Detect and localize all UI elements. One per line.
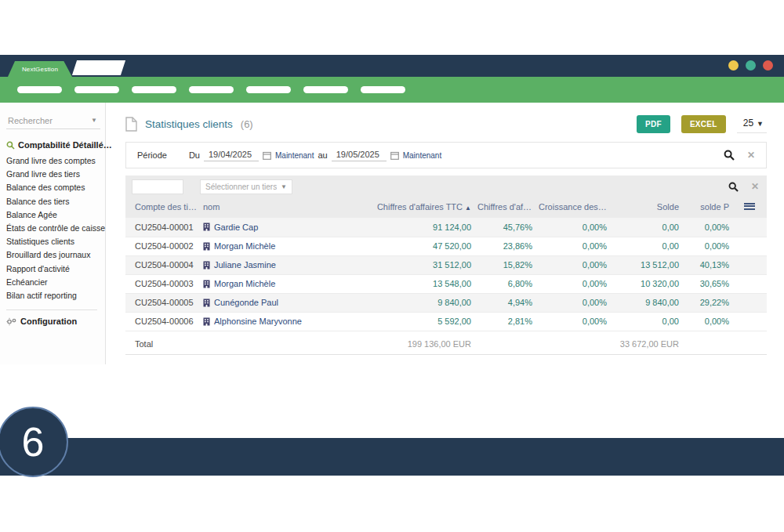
client-name-link[interactable]: Alphonsine Maryvonne — [214, 317, 302, 326]
period-clear-icon[interactable]: ✕ — [747, 150, 755, 161]
sidebar-item-balance-des-comptes[interactable]: Balance des comptes — [6, 181, 105, 194]
period-box: Période Du 19/04/2025 Maintenant au 19/0… — [125, 142, 767, 168]
pdf-button[interactable]: PDF — [637, 115, 670, 133]
cell-croissance: 0,00% — [535, 237, 610, 255]
col-solde-p[interactable]: solde P — [682, 197, 732, 218]
cell-ca-pct: 45,76% — [474, 218, 535, 237]
list-view-icon — [744, 201, 755, 211]
slide-footer-bar — [0, 438, 784, 476]
page-size-select[interactable]: 25▼ — [737, 115, 767, 133]
excel-button[interactable]: EXCEL — [681, 115, 726, 133]
calendar-icon[interactable] — [263, 151, 271, 160]
cell-ca-ttc: 31 512,00 — [357, 255, 474, 274]
table-row[interactable]: CU2504-00004 — [125, 255, 767, 274]
client-name-link[interactable]: Gardie Cap — [214, 223, 258, 232]
page-size-value: 25 — [743, 118, 753, 128]
cell-compte: CU2504-00005 — [125, 293, 200, 312]
period-search-button[interactable] — [724, 150, 735, 161]
client-name-link[interactable]: Cunégonde Paul — [214, 298, 278, 307]
date-from-input[interactable]: 19/04/2025 — [204, 149, 259, 161]
nav-pill-6[interactable] — [303, 86, 348, 93]
sidebar-item-grand-livre-des-tiers[interactable]: Grand livre des tiers — [6, 168, 105, 181]
close-dot-icon[interactable] — [763, 60, 773, 71]
cell-nom: Cunégonde Paul — [200, 293, 357, 312]
sidebar-search-select[interactable]: Rechercher ▼ — [6, 114, 100, 129]
date-to-input[interactable]: 19/05/2025 — [332, 149, 387, 161]
table-row[interactable]: CU2504-00005 — [125, 293, 767, 312]
sidebar-item-balance-des-tiers[interactable]: Balance des tiers — [6, 195, 105, 208]
brand-label: NextGestion — [22, 66, 58, 73]
table-clear-icon[interactable]: ✕ — [751, 181, 759, 192]
titlebar: NextGestion — [0, 55, 784, 77]
sidebar-item-bilan-actif-reporting[interactable]: Bilan actif reporting — [6, 289, 105, 302]
cell-solde-p: 0,00% — [682, 218, 732, 237]
sidebar-section-comptabilite[interactable]: Comptabilité Détaillé… — [6, 140, 105, 150]
cell-ca-ttc: 9 840,00 — [357, 293, 474, 312]
now-link-from[interactable]: Maintenant — [275, 151, 314, 160]
cell-croissance: 0,00% — [535, 274, 610, 293]
table-row[interactable]: CU2504-00006 — [125, 312, 767, 331]
calendar-icon[interactable] — [390, 151, 399, 160]
col-solde[interactable]: Solde — [610, 197, 682, 218]
slide-number: 6 — [22, 422, 45, 462]
building-icon — [203, 223, 210, 231]
search-icon — [724, 150, 735, 161]
table-search-button[interactable] — [728, 182, 739, 192]
total-ca-ttc: 199 136,00 EUR — [357, 331, 474, 354]
client-name-link[interactable]: Morgan Michèle — [214, 241, 275, 251]
col-compte[interactable]: Compte des tiers — [125, 197, 200, 218]
sort-asc-icon: ▲ — [465, 204, 471, 212]
nav-pill-7[interactable] — [361, 86, 405, 93]
sidebar-item-brouillard-des-journaux[interactable]: Brouillard des journaux — [6, 248, 105, 262]
nav-pill-4[interactable] — [189, 86, 234, 93]
client-name-link[interactable]: Juliane Jasmine — [214, 260, 276, 270]
sidebar-item-grand-livre-des-comptes[interactable]: Grand livre des comptes — [6, 154, 105, 168]
sidebar-item-statistiques-clients[interactable]: Statistiques clients — [6, 235, 105, 248]
sidebar-item-rapport-d-activit-[interactable]: Rapport d'activité — [6, 262, 105, 276]
cell-nom: Morgan Michèle — [200, 274, 357, 293]
now-link-to[interactable]: Maintenant — [403, 151, 441, 160]
cell-nom: Alphonsine Maryvonne — [200, 312, 357, 331]
maximize-dot-icon[interactable] — [746, 60, 756, 71]
table-row[interactable]: CU2504-00003 — [125, 274, 767, 293]
cell-ca-ttc: 47 520,00 — [357, 237, 474, 255]
minimize-dot-icon[interactable] — [728, 60, 739, 71]
brand-tab[interactable]: NextGestion — [8, 61, 72, 77]
building-icon — [203, 317, 210, 326]
tiers-select[interactable]: Sélectionner un tiers ▼ — [200, 179, 292, 194]
nav-pill-1[interactable] — [17, 86, 62, 93]
cell-solde: 9 840,00 — [610, 293, 682, 312]
sidebar-section-title: Comptabilité Détaillé… — [18, 140, 112, 150]
nav-pill-2[interactable] — [74, 86, 119, 93]
total-label: Total — [125, 331, 200, 354]
compte-filter-input[interactable] — [132, 179, 183, 194]
col-actions[interactable] — [732, 197, 767, 218]
cell-solde: 0,00 — [610, 312, 682, 331]
active-tab-blank[interactable] — [72, 60, 125, 75]
sidebar-item-ech-ancier[interactable]: Echéancier — [6, 276, 105, 289]
period-label: Période — [137, 150, 167, 160]
nav-pill-5[interactable] — [246, 86, 291, 93]
col-ca-pct[interactable]: Chiffres d'affaire… — [474, 197, 535, 218]
col-nom[interactable]: nom — [200, 197, 357, 218]
table-row[interactable]: CU2504-00002 — [125, 237, 767, 255]
magnifier-icon — [6, 141, 15, 150]
building-icon — [203, 242, 210, 251]
col-croissance[interactable]: Croissance des … — [535, 197, 610, 218]
cell-solde: 10 320,00 — [610, 274, 682, 293]
table-header-row: Compte des tiers nom Chiffres d'affaires… — [125, 197, 767, 218]
table-card: Sélectionner un tiers ▼ ✕ — [125, 176, 767, 355]
sidebar-item-configuration[interactable]: Configuration — [6, 317, 105, 326]
cell-compte: CU2504-00004 — [125, 255, 200, 274]
configuration-label: Configuration — [20, 317, 77, 326]
window-controls — [728, 60, 773, 71]
cell-compte: CU2504-00002 — [125, 237, 200, 255]
page-title: Statistiques clients — [145, 118, 233, 130]
cell-ca-pct: 15,82% — [474, 255, 535, 274]
client-name-link[interactable]: Morgan Michèle — [214, 279, 275, 288]
sidebar-item-balance-ag-e[interactable]: Balance Agée — [6, 208, 105, 222]
col-ca-ttc[interactable]: Chiffres d'affaires TTC ▲ — [357, 197, 474, 218]
sidebar-item--tats-de-contr-le-de-caisse[interactable]: États de contrôle de caisse — [6, 222, 105, 235]
table-row[interactable]: CU2504-00001 — [125, 218, 767, 237]
nav-pill-3[interactable] — [132, 86, 176, 93]
